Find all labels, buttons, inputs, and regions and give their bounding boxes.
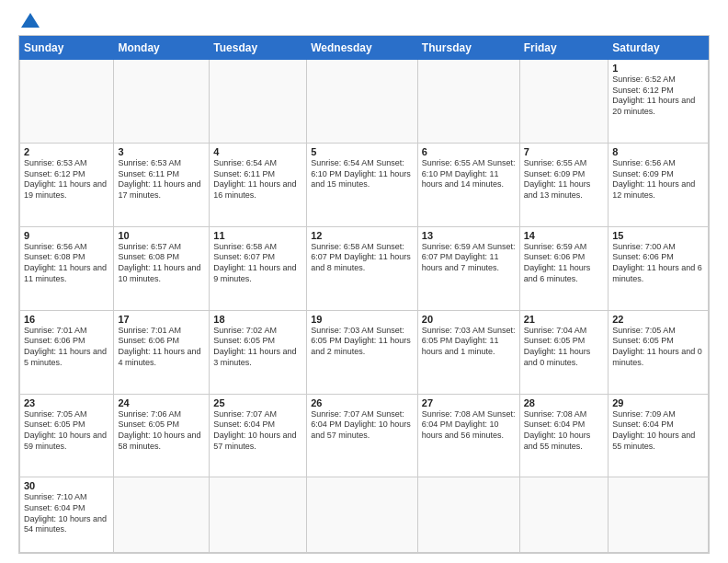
logo-triangle-icon (21, 13, 40, 28)
day-number: 15 (612, 230, 704, 241)
day-number: 24 (118, 397, 205, 408)
day-number: 29 (612, 397, 704, 408)
day-cell: 22Sunrise: 7:05 AM Sunset: 6:05 PM Dayli… (609, 310, 709, 394)
day-cell (417, 477, 519, 553)
day-cell (114, 477, 210, 553)
week-row-6: 30Sunrise: 7:10 AM Sunset: 6:04 PM Dayli… (20, 477, 709, 553)
day-number: 21 (524, 314, 605, 325)
day-info: Sunrise: 6:52 AM Sunset: 6:12 PM Dayligh… (612, 75, 704, 118)
day-info: Sunrise: 7:03 AM Sunset: 6:05 PM Dayligh… (422, 326, 516, 358)
day-cell: 16Sunrise: 7:01 AM Sunset: 6:06 PM Dayli… (20, 310, 114, 394)
day-number: 4 (213, 146, 302, 157)
day-cell: 10Sunrise: 6:57 AM Sunset: 6:08 PM Dayli… (114, 226, 210, 310)
week-row-2: 2Sunrise: 6:53 AM Sunset: 6:12 PM Daylig… (20, 143, 709, 226)
day-number: 7 (524, 146, 605, 157)
logo (18, 15, 40, 28)
day-cell: 7Sunrise: 6:55 AM Sunset: 6:09 PM Daylig… (519, 143, 609, 226)
day-info: Sunrise: 6:56 AM Sunset: 6:08 PM Dayligh… (24, 242, 109, 285)
day-cell: 12Sunrise: 6:58 AM Sunset: 6:07 PM Dayli… (307, 226, 418, 310)
day-info: Sunrise: 7:03 AM Sunset: 6:05 PM Dayligh… (311, 326, 414, 358)
day-info: Sunrise: 7:02 AM Sunset: 6:05 PM Dayligh… (213, 326, 302, 369)
day-info: Sunrise: 6:54 AM Sunset: 6:10 PM Dayligh… (311, 158, 414, 190)
day-info: Sunrise: 7:00 AM Sunset: 6:06 PM Dayligh… (612, 242, 704, 285)
day-header-row: SundayMondayTuesdayWednesdayThursdayFrid… (20, 37, 709, 60)
calendar: SundayMondayTuesdayWednesdayThursdayFrid… (18, 35, 710, 554)
day-cell (519, 477, 609, 553)
day-cell: 17Sunrise: 7:01 AM Sunset: 6:06 PM Dayli… (114, 310, 210, 394)
day-header-sunday: Sunday (20, 37, 114, 60)
day-number: 9 (24, 230, 109, 241)
day-number: 10 (118, 230, 205, 241)
day-cell: 18Sunrise: 7:02 AM Sunset: 6:05 PM Dayli… (210, 310, 307, 394)
day-number: 30 (24, 480, 109, 491)
day-cell: 6Sunrise: 6:55 AM Sunset: 6:10 PM Daylig… (417, 143, 519, 226)
day-cell: 3Sunrise: 6:53 AM Sunset: 6:11 PM Daylig… (114, 143, 210, 226)
header (18, 15, 710, 28)
day-number: 6 (422, 146, 516, 157)
week-row-4: 16Sunrise: 7:01 AM Sunset: 6:06 PM Dayli… (20, 310, 709, 394)
day-cell: 8Sunrise: 6:56 AM Sunset: 6:09 PM Daylig… (609, 143, 709, 226)
day-info: Sunrise: 6:55 AM Sunset: 6:09 PM Dayligh… (524, 158, 605, 201)
day-number: 19 (311, 314, 414, 325)
day-number: 18 (213, 314, 302, 325)
day-cell: 19Sunrise: 7:03 AM Sunset: 6:05 PM Dayli… (307, 310, 418, 394)
week-row-1: 1Sunrise: 6:52 AM Sunset: 6:12 PM Daylig… (20, 60, 709, 144)
day-number: 8 (612, 146, 704, 157)
day-number: 14 (524, 230, 605, 241)
day-cell: 15Sunrise: 7:00 AM Sunset: 6:06 PM Dayli… (609, 226, 709, 310)
day-cell: 1Sunrise: 6:52 AM Sunset: 6:12 PM Daylig… (609, 60, 709, 144)
day-cell (20, 60, 114, 144)
day-number: 13 (422, 230, 516, 241)
day-info: Sunrise: 7:10 AM Sunset: 6:04 PM Dayligh… (24, 492, 109, 535)
day-cell (307, 477, 418, 553)
day-cell: 23Sunrise: 7:05 AM Sunset: 6:05 PM Dayli… (20, 394, 114, 477)
day-info: Sunrise: 7:01 AM Sunset: 6:06 PM Dayligh… (24, 326, 109, 369)
day-info: Sunrise: 7:08 AM Sunset: 6:04 PM Dayligh… (524, 409, 605, 453)
day-cell: 13Sunrise: 6:59 AM Sunset: 6:07 PM Dayli… (417, 226, 519, 310)
day-number: 12 (311, 230, 414, 241)
day-cell: 27Sunrise: 7:08 AM Sunset: 6:04 PM Dayli… (417, 394, 519, 477)
day-info: Sunrise: 6:56 AM Sunset: 6:09 PM Dayligh… (612, 158, 704, 201)
day-info: Sunrise: 6:59 AM Sunset: 6:06 PM Dayligh… (524, 242, 605, 285)
day-cell: 9Sunrise: 6:56 AM Sunset: 6:08 PM Daylig… (20, 226, 114, 310)
day-cell: 4Sunrise: 6:54 AM Sunset: 6:11 PM Daylig… (210, 143, 307, 226)
day-info: Sunrise: 7:04 AM Sunset: 6:05 PM Dayligh… (524, 326, 605, 369)
day-info: Sunrise: 6:58 AM Sunset: 6:07 PM Dayligh… (213, 242, 302, 285)
week-row-5: 23Sunrise: 7:05 AM Sunset: 6:05 PM Dayli… (20, 394, 709, 477)
day-info: Sunrise: 7:05 AM Sunset: 6:05 PM Dayligh… (24, 409, 109, 453)
day-number: 27 (422, 397, 516, 408)
day-cell: 30Sunrise: 7:10 AM Sunset: 6:04 PM Dayli… (20, 477, 114, 553)
day-cell: 14Sunrise: 6:59 AM Sunset: 6:06 PM Dayli… (519, 226, 609, 310)
day-number: 26 (311, 397, 414, 408)
day-cell (114, 60, 210, 144)
day-cell: 26Sunrise: 7:07 AM Sunset: 6:04 PM Dayli… (307, 394, 418, 477)
day-number: 16 (24, 314, 109, 325)
day-header-wednesday: Wednesday (307, 37, 418, 60)
day-cell: 25Sunrise: 7:07 AM Sunset: 6:04 PM Dayli… (210, 394, 307, 477)
day-cell (210, 60, 307, 144)
page: SundayMondayTuesdayWednesdayThursdayFrid… (0, 0, 728, 563)
day-info: Sunrise: 7:01 AM Sunset: 6:06 PM Dayligh… (118, 326, 205, 369)
day-number: 3 (118, 146, 205, 157)
day-cell: 11Sunrise: 6:58 AM Sunset: 6:07 PM Dayli… (210, 226, 307, 310)
day-number: 2 (24, 146, 109, 157)
day-header-friday: Friday (519, 37, 609, 60)
calendar-table: SundayMondayTuesdayWednesdayThursdayFrid… (19, 36, 709, 553)
day-info: Sunrise: 6:53 AM Sunset: 6:12 PM Dayligh… (24, 158, 109, 201)
day-cell: 28Sunrise: 7:08 AM Sunset: 6:04 PM Dayli… (519, 394, 609, 477)
day-cell: 20Sunrise: 7:03 AM Sunset: 6:05 PM Dayli… (417, 310, 519, 394)
day-info: Sunrise: 6:58 AM Sunset: 6:07 PM Dayligh… (311, 242, 414, 274)
day-info: Sunrise: 7:05 AM Sunset: 6:05 PM Dayligh… (612, 326, 704, 369)
day-cell (519, 60, 609, 144)
day-info: Sunrise: 7:07 AM Sunset: 6:04 PM Dayligh… (213, 409, 302, 453)
day-info: Sunrise: 7:08 AM Sunset: 6:04 PM Dayligh… (422, 409, 516, 442)
day-number: 22 (612, 314, 704, 325)
day-info: Sunrise: 6:54 AM Sunset: 6:11 PM Dayligh… (213, 158, 302, 201)
day-header-saturday: Saturday (609, 37, 709, 60)
day-cell: 21Sunrise: 7:04 AM Sunset: 6:05 PM Dayli… (519, 310, 609, 394)
day-header-monday: Monday (114, 37, 210, 60)
day-info: Sunrise: 6:55 AM Sunset: 6:10 PM Dayligh… (422, 158, 516, 190)
day-number: 28 (524, 397, 605, 408)
day-header-tuesday: Tuesday (210, 37, 307, 60)
day-cell: 2Sunrise: 6:53 AM Sunset: 6:12 PM Daylig… (20, 143, 114, 226)
